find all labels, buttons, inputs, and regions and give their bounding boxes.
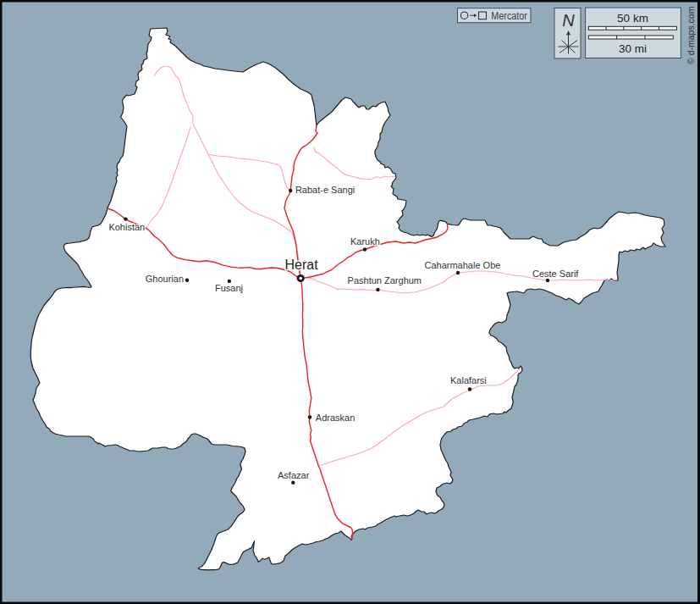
svg-text:Kohistan: Kohistan <box>108 222 145 232</box>
svg-text:Ghourian: Ghourian <box>146 274 184 284</box>
svg-text:Pashtun Zarghum: Pashtun Zarghum <box>348 275 422 285</box>
svg-text:50 km: 50 km <box>617 12 648 25</box>
svg-text:N: N <box>562 11 575 30</box>
svg-text:30 mi: 30 mi <box>619 42 647 55</box>
svg-text:Mercator: Mercator <box>491 9 527 22</box>
svg-text:Asfazar: Asfazar <box>278 470 310 480</box>
svg-text:Caharmahale Obe: Caharmahale Obe <box>425 260 501 270</box>
svg-text:Adraskan: Adraskan <box>316 413 355 423</box>
svg-text:Rabat-e Sangi: Rabat-e Sangi <box>295 185 355 195</box>
svg-text:Kalafarsi: Kalafarsi <box>450 375 487 385</box>
svg-text:Ceste Sarif: Ceste Sarif <box>532 269 579 279</box>
svg-text:Fusanj: Fusanj <box>215 283 243 293</box>
svg-text:© d-maps.com: © d-maps.com <box>686 6 696 64</box>
svg-text:Karukh: Karukh <box>350 236 380 247</box>
svg-text:Herat: Herat <box>285 258 319 272</box>
